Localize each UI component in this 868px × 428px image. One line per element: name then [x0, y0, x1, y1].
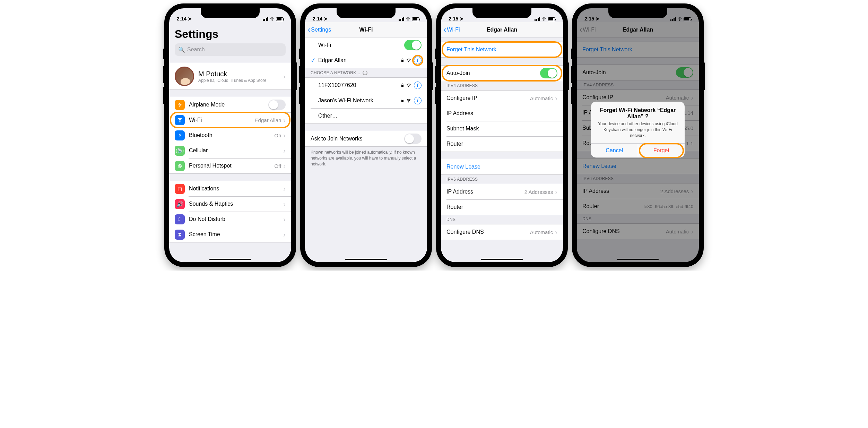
ipv6-address-row[interactable]: IP Address2 Addresses› [441, 184, 563, 199]
network-row[interactable]: Jason's Wi-Fi Network i [305, 93, 427, 108]
svg-point-3 [408, 62, 409, 62]
nav-title: Wi-Fi [359, 27, 373, 33]
checkmark-icon: ✓ [311, 57, 318, 64]
dns-header: DNS [441, 215, 563, 224]
location-icon: ➤ [188, 16, 192, 22]
time: 2:14 [313, 16, 322, 22]
bluetooth-row[interactable]: ⌖ Bluetooth On › [169, 128, 291, 143]
profile-name: M Potuck [198, 70, 281, 78]
network-info-button[interactable]: i [414, 57, 422, 64]
chevron-right-icon: › [555, 94, 557, 102]
ipv4-header: IPV4 ADDRESS [441, 81, 563, 90]
screentime-label: Screen Time [189, 231, 281, 238]
screentime-row[interactable]: ⧗ Screen Time › [169, 227, 291, 242]
battery-icon [548, 17, 555, 21]
chevron-right-icon: › [283, 116, 286, 124]
configure-ip-row[interactable]: Configure IPAutomatic› [441, 91, 563, 106]
wifi-icon [406, 17, 410, 22]
alert-title: Forget Wi-Fi Network “Edgar Allan” ? [591, 102, 685, 121]
ask-to-join-toggle[interactable] [404, 134, 422, 144]
back-label: Settings [311, 27, 331, 33]
search-input[interactable]: 🔍Search [175, 43, 286, 56]
home-indicator[interactable] [209, 259, 251, 260]
svg-point-2 [408, 20, 408, 21]
network-name: Jason's Wi-Fi Network [318, 97, 401, 104]
svg-point-1 [180, 122, 180, 122]
auto-join-row[interactable]: Auto-Join [441, 66, 563, 81]
subnet-row: Subnet Mask [441, 121, 563, 136]
sounds-row[interactable]: 🔊 Sounds & Haptics › [169, 196, 291, 212]
cellular-signal-icon [535, 17, 540, 21]
chevron-right-icon: › [283, 185, 286, 193]
cellular-signal-icon [263, 17, 269, 21]
time: 2:14 [177, 16, 186, 22]
configure-dns-row[interactable]: Configure DNSAutomatic› [441, 224, 563, 240]
lock-icon [401, 99, 404, 103]
settings-root-screen: 2:14➤ Settings 🔍Search M Potuck Apple ID… [169, 8, 291, 262]
home-indicator[interactable] [617, 259, 659, 260]
alert-forget-button[interactable]: Forget [638, 144, 685, 158]
network-info-button[interactable]: i [414, 97, 422, 104]
sounds-label: Sounds & Haptics [189, 201, 281, 207]
svg-point-6 [544, 20, 544, 21]
ask-to-join-row[interactable]: Ask to Join Networks [305, 131, 427, 146]
hotspot-icon: ⊚ [175, 161, 185, 171]
network-name: 11FX10077620 [318, 82, 401, 88]
ask-label: Ask to Join Networks [311, 136, 404, 142]
location-icon: ➤ [460, 16, 464, 22]
back-label: Wi-Fi [447, 27, 460, 33]
wifi-value: Edgar Allan [255, 117, 281, 123]
airplane-label: Airplane Mode [189, 102, 268, 108]
auto-join-toggle[interactable] [540, 68, 557, 78]
back-button[interactable]: ‹Wi-Fi [444, 25, 460, 34]
wifi-icon [541, 17, 546, 22]
profile-subtitle: Apple ID, iCloud, iTunes & App Store [198, 78, 281, 83]
forget-network-button[interactable]: Forget This Network [441, 42, 563, 57]
chevron-right-icon: › [283, 215, 286, 223]
wifi-master-toggle[interactable] [404, 40, 422, 50]
airplane-mode-row[interactable]: ✈ Airplane Mode [169, 97, 291, 112]
lock-icon [401, 83, 404, 87]
ipv6-router-row: Router [441, 199, 563, 215]
connected-network-row[interactable]: ✓ Edgar Allan i [305, 53, 427, 68]
forget-network-alert-screen: 2:15➤ ‹Wi-Fi Edgar Allan Forget This Net… [577, 8, 699, 262]
other-network-row[interactable]: Other… [305, 108, 427, 123]
apple-id-row[interactable]: M Potuck Apple ID, iCloud, iTunes & App … [169, 63, 291, 89]
nav-bar: ‹Wi-Fi Edgar Allan [441, 22, 563, 37]
wifi-row-icon [175, 115, 185, 125]
cellular-row[interactable]: (📡) Cellular › [169, 143, 291, 158]
auto-join-label: Auto-Join [446, 70, 540, 76]
page-title: Settings [169, 22, 291, 43]
connected-network-name: Edgar Allan [318, 57, 401, 63]
airplane-toggle[interactable] [268, 100, 286, 110]
lock-icon [401, 58, 404, 62]
home-indicator[interactable] [481, 259, 523, 260]
notifications-row[interactable]: ◻ Notifications › [169, 181, 291, 196]
dnd-row[interactable]: ☾ Do Not Disturb › [169, 212, 291, 227]
nav-bar: ‹Settings Wi-Fi [305, 22, 427, 37]
network-row[interactable]: 11FX10077620 i [305, 78, 427, 93]
hotspot-value: Off [275, 163, 281, 169]
bluetooth-value: On [274, 132, 281, 138]
battery-icon [276, 17, 284, 21]
wifi-label: Wi-Fi [189, 117, 255, 123]
search-placeholder: Search [187, 46, 205, 53]
chevron-right-icon: › [283, 162, 286, 170]
network-info-button[interactable]: i [414, 82, 422, 89]
back-button[interactable]: ‹Settings [308, 25, 331, 34]
alert-cancel-button[interactable]: Cancel [591, 144, 638, 158]
renew-lease-button[interactable]: Renew Lease [441, 159, 563, 174]
wifi-icon [270, 17, 275, 22]
svg-point-0 [272, 20, 272, 21]
dnd-icon: ☾ [175, 214, 185, 224]
ipv6-header: IPV6 ADDRESS [441, 175, 563, 184]
wifi-toggle-label: Wi-Fi [318, 42, 404, 48]
wifi-row[interactable]: Wi-Fi Edgar Allan › [169, 112, 291, 128]
cellular-signal-icon [399, 17, 405, 21]
hotspot-row[interactable]: ⊚ Personal Hotspot Off › [169, 158, 291, 173]
choose-network-header: CHOOSE A NETWORK… [305, 68, 427, 77]
alert-message: Your device and other devices using iClo… [591, 121, 685, 143]
home-indicator[interactable] [345, 259, 387, 260]
notifications-icon: ◻ [175, 184, 185, 194]
wifi-master-toggle-row[interactable]: Wi-Fi [305, 37, 427, 53]
